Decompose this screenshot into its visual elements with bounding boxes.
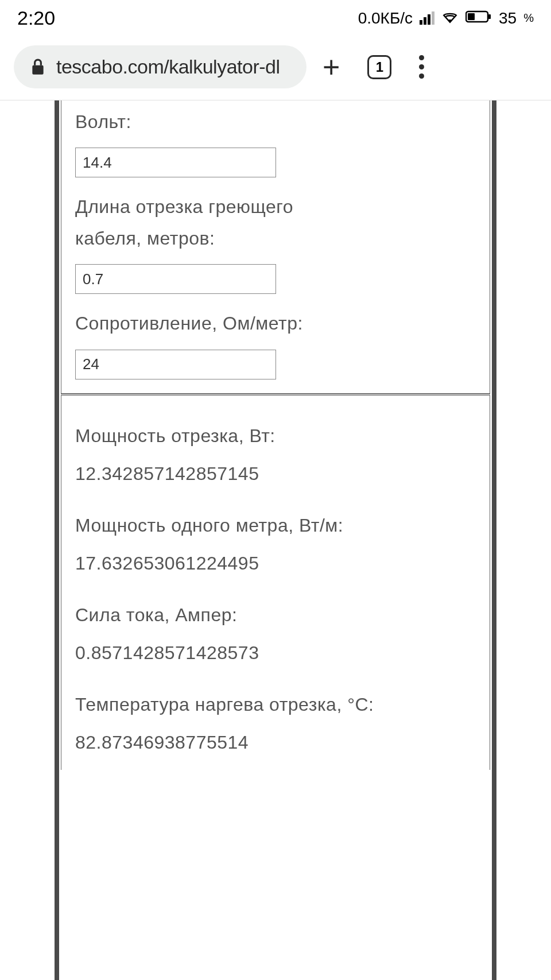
new-tab-button[interactable]: +: [323, 50, 340, 84]
voltage-input[interactable]: [75, 148, 276, 177]
temp-value: 82.87346938775514: [75, 729, 476, 756]
voltage-label: Вольт:: [75, 106, 476, 137]
tabs-button[interactable]: 1: [367, 55, 391, 79]
menu-button[interactable]: [419, 55, 424, 79]
power-label: Мощность отрезка, Вт:: [75, 422, 476, 450]
url-bar[interactable]: tescabo.com/kalkulyator-dl: [14, 45, 306, 88]
browser-actions: + 1: [323, 50, 424, 84]
network-speed: 0.0КБ/с: [358, 9, 413, 28]
lock-icon: [30, 59, 46, 76]
status-right: 0.0КБ/с 35 %: [358, 9, 534, 28]
power-per-m-label: Мощность одного метра, Вт/м:: [75, 512, 476, 539]
signal-icon: [420, 11, 434, 25]
url-text: tescabo.com/kalkulyator-dl: [56, 56, 280, 78]
percent-sign: %: [523, 11, 534, 25]
browser-toolbar: tescabo.com/kalkulyator-dl + 1: [0, 34, 551, 100]
length-input[interactable]: [75, 264, 276, 294]
resistance-label: Сопротивление, Ом/метр:: [75, 308, 322, 339]
temp-label: Температура наргева отрезка, °С:: [75, 691, 476, 718]
calculator-container: Вольт: Длина отрезка греющего кабеля, ме…: [55, 100, 496, 980]
battery-percent: 35: [499, 9, 517, 28]
length-label: Длина отрезка греющего кабеля, метров:: [75, 191, 322, 254]
status-bar: 2:20 0.0КБ/с 35 %: [0, 0, 551, 34]
clock-time: 2:20: [17, 7, 55, 29]
page-content: Вольт: Длина отрезка греющего кабеля, ме…: [0, 100, 551, 980]
current-value: 0.8571428571428573: [75, 639, 476, 667]
power-per-m-value: 17.632653061224495: [75, 549, 476, 577]
battery-icon: [465, 9, 492, 28]
results-panel: Мощность отрезка, Вт: 12.342857142857145…: [61, 396, 490, 770]
svg-rect-4: [32, 65, 43, 74]
svg-point-0: [449, 19, 452, 22]
tab-count: 1: [376, 59, 383, 75]
current-label: Сила тока, Ампер:: [75, 601, 476, 629]
svg-rect-3: [488, 14, 491, 19]
power-value: 12.342857142857145: [75, 460, 476, 487]
inputs-panel: Вольт: Длина отрезка греющего кабеля, ме…: [61, 100, 490, 393]
wifi-icon: [441, 9, 459, 28]
svg-rect-2: [468, 13, 475, 20]
resistance-input[interactable]: [75, 350, 276, 379]
